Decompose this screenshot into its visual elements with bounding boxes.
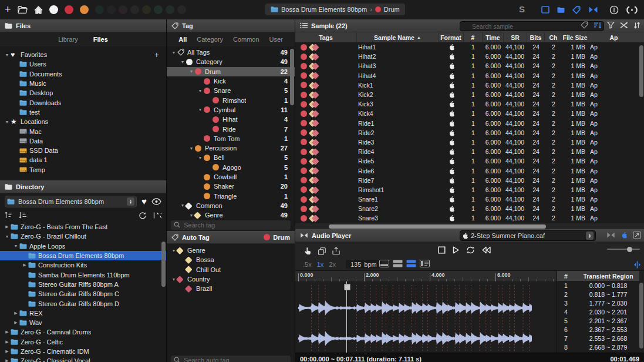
disclosure-triangle[interactable]: ▼ xyxy=(197,108,204,112)
tree-item-zero-g-brazil-chillout[interactable]: ▼Zero-G - Brazil Chillout xyxy=(0,232,166,241)
disclosure-triangle[interactable]: ▼ xyxy=(4,120,11,124)
tree-item-favorites[interactable]: ▼♥Favorites+ xyxy=(0,50,166,59)
col-sr[interactable]: SR xyxy=(504,32,527,42)
breadcrumb[interactable]: Bossa Drum Elements 80bpm › Drum xyxy=(265,4,405,15)
sample-row-snare3[interactable]: Snare316.00044,1002421 MBAp xyxy=(295,213,644,223)
tree-item-wav[interactable]: ▶Wav xyxy=(0,318,166,327)
timeline-ruler[interactable]: 0.0002.0004.0006.000 xyxy=(295,271,557,282)
bpm-box[interactable]: 135 bpm xyxy=(346,260,382,269)
sample-row-kick4[interactable]: Kick416.00044,1002421 MBAp xyxy=(295,109,644,118)
window-icon[interactable] xyxy=(541,6,549,14)
tree-item-common[interactable]: ▼Common49 xyxy=(167,201,295,210)
col-format[interactable]: Format xyxy=(439,32,464,42)
hand-tool-button[interactable] xyxy=(304,247,312,255)
color-dot-button[interactable] xyxy=(119,5,127,14)
disclosure-triangle[interactable]: ▶ xyxy=(4,349,11,354)
transient-scroll-thumb[interactable] xyxy=(639,283,643,348)
export-button[interactable] xyxy=(332,247,340,255)
disclosure-triangle[interactable]: ▼ xyxy=(197,89,204,93)
tree-item-rimshot[interactable]: Rimshot1 xyxy=(167,95,295,105)
tree-item-test[interactable]: test xyxy=(0,108,166,117)
sample-row-ride5[interactable]: Ride516.00044,1002421 MBAp xyxy=(295,156,644,166)
circle-orange-button[interactable] xyxy=(80,5,89,14)
transient-region-row[interactable]: 52.201 ~ 2.367 xyxy=(557,316,642,325)
disclosure-triangle[interactable]: ▶ xyxy=(4,224,11,229)
speed-2x-button[interactable]: 2x xyxy=(329,261,336,268)
disclosure-triangle[interactable]: ▼ xyxy=(188,69,195,73)
tree-item-ride[interactable]: Ride7 xyxy=(167,124,295,133)
transient-region-row[interactable]: 72.553 ~ 2.668 xyxy=(557,334,642,343)
circle-red-button[interactable] xyxy=(65,5,73,14)
tree-item-ssd-data[interactable]: SSD Data xyxy=(0,146,166,155)
col-tags[interactable]: Tags xyxy=(295,32,357,42)
color-dot-button[interactable] xyxy=(154,5,163,14)
sort-tree-desc-button[interactable] xyxy=(19,212,27,219)
sort-tree-asc-button[interactable] xyxy=(5,212,13,219)
sample-row-rimshot1[interactable]: Rimshot116.00044,1002421 MBAp xyxy=(295,185,644,195)
tree-item-stereo-guitar-riffs-80bpm-d[interactable]: Stereo Guitar Riffs 80bpm D xyxy=(0,299,166,308)
transient-region-row[interactable]: 82.668 ~ 2.879 xyxy=(557,343,642,352)
tree-item-all-tags[interactable]: ▼All Tags49 xyxy=(167,48,295,57)
tree-item-zero-g-classical-vocal[interactable]: ▶Zero-G - Classical Vocal xyxy=(0,356,166,362)
disclosure-triangle[interactable]: ▶ xyxy=(21,263,28,267)
transient-region-row[interactable]: 20.818 ~ 1.777 xyxy=(557,290,642,299)
tree-item-samba-drum-elements-110bpm[interactable]: Samba Drum Elements 110bpm xyxy=(0,270,166,279)
tree-item-construction-kits[interactable]: ▶Construction Kits xyxy=(0,260,166,270)
tag-filter-icon[interactable] xyxy=(581,21,588,29)
tree-item-temp[interactable]: Temp xyxy=(0,165,166,175)
expand-icon[interactable] xyxy=(633,231,641,239)
tree-item-bell[interactable]: ▼Bell5 xyxy=(167,153,295,162)
tag-search-input[interactable] xyxy=(170,220,291,230)
col-extra[interactable]: Ap xyxy=(588,32,639,42)
sample-row-ride1[interactable]: Ride116.00044,1002421 MBAp xyxy=(295,119,644,128)
tree-item-users[interactable]: Users xyxy=(0,59,166,69)
color-dot-button[interactable] xyxy=(142,5,151,14)
playhead-handle[interactable] xyxy=(344,284,350,290)
sample-row-ride3[interactable]: Ride316.00044,1002421 MBAp xyxy=(295,138,644,147)
sort-icon[interactable] xyxy=(594,22,602,29)
tree-item-desktop[interactable]: Desktop xyxy=(0,88,166,98)
col-file-size[interactable]: File Size xyxy=(562,32,588,42)
speed-half-button[interactable]: .5x xyxy=(303,261,312,268)
tree-item-locations[interactable]: ▼★Locations xyxy=(0,117,166,126)
tree-item-country[interactable]: ▼Country xyxy=(167,274,295,284)
rewind-button[interactable] xyxy=(481,246,491,254)
tree-item-zero-g-celtic[interactable]: ▶Zero-G - Celtic xyxy=(0,337,166,347)
add-button[interactable]: + xyxy=(5,4,11,16)
sample-row-ride4[interactable]: Ride416.00044,1002421 MBAp xyxy=(295,147,644,156)
color-dot-button[interactable] xyxy=(95,5,104,14)
sample-row-hihat3[interactable]: Hihat316.00044,1002421 MBAp xyxy=(295,61,644,71)
waveform-display[interactable] xyxy=(295,281,557,353)
color-dot-button[interactable] xyxy=(130,5,139,14)
circle-white-button[interactable] xyxy=(49,5,58,14)
tree-item-percussion[interactable]: ▼Percussion27 xyxy=(167,143,295,153)
sample-row-ride2[interactable]: Ride216.00044,1002421 MBAp xyxy=(295,128,644,138)
disclosure-triangle[interactable]: ▼ xyxy=(4,234,11,239)
sample-row-snare1[interactable]: Snare116.00044,1002421 MBAp xyxy=(295,195,644,204)
transient-region-row[interactable]: 62.367 ~ 2.553 xyxy=(557,325,642,334)
sample-table-scrollbar[interactable] xyxy=(639,45,643,97)
sample-row-kick1[interactable]: Kick116.00044,1002421 MBAp xyxy=(295,81,644,90)
eye-button[interactable] xyxy=(151,198,161,205)
sample-row-ride7[interactable]: Ride716.00044,1002421 MBAp xyxy=(295,176,644,185)
speed-1x-button[interactable]: 1x xyxy=(317,261,324,268)
tree-item-triangle[interactable]: Triangle1 xyxy=(167,191,295,200)
disclosure-triangle[interactable]: ▶ xyxy=(4,358,11,362)
disclosure-triangle[interactable]: ▶ xyxy=(12,311,19,316)
disclosure-triangle[interactable]: ▼ xyxy=(4,53,11,57)
layout-4-button[interactable] xyxy=(420,260,430,267)
add-favorite-button[interactable]: + xyxy=(154,50,166,59)
col-time[interactable]: Time xyxy=(483,32,504,42)
tree-item-category[interactable]: ▼Category49 xyxy=(167,57,295,66)
speakers-icon[interactable] xyxy=(626,6,638,14)
tree-item-documents[interactable]: Documents xyxy=(0,69,166,79)
favorite-heart-button[interactable]: ♥ xyxy=(141,196,147,206)
loop-button[interactable] xyxy=(466,246,475,254)
tree-item-agogo[interactable]: Agogo5 xyxy=(167,163,295,172)
soundwave-icon[interactable] xyxy=(606,232,615,239)
tree-item-kick[interactable]: Kick4 xyxy=(167,76,295,86)
tree-item-genre[interactable]: ▼Genre49 xyxy=(167,210,295,219)
transient-region-row[interactable]: 42.030 ~ 2.201 xyxy=(557,307,642,316)
home-button[interactable] xyxy=(34,6,43,14)
tab-category[interactable]: Category xyxy=(197,36,223,43)
